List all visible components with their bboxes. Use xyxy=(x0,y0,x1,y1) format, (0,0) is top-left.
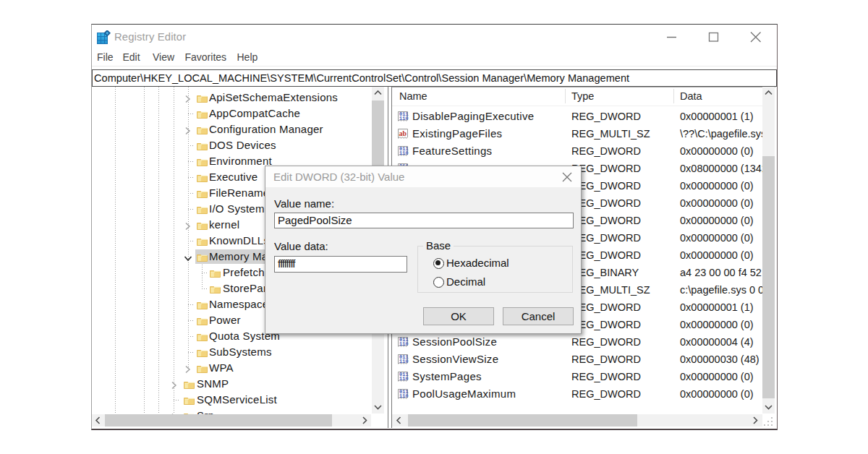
expand-icon[interactable] xyxy=(184,93,191,106)
value-name-input[interactable]: PagedPoolSize xyxy=(274,213,574,228)
column-header-data[interactable]: Data xyxy=(680,87,702,106)
tree-connector xyxy=(188,145,195,146)
value-name-label: Value name: xyxy=(274,197,334,210)
minimize-button[interactable] xyxy=(655,25,688,49)
value-data: 0x00000000 (0) xyxy=(680,194,762,212)
tree-item-label[interactable]: AppCompatCache xyxy=(209,106,300,121)
tree-item-DOS Devices[interactable]: DOS Devices xyxy=(92,138,388,153)
tree-item-Configuration Manager[interactable]: Configuration Manager xyxy=(92,122,388,137)
cancel-button[interactable]: Cancel xyxy=(503,307,574,325)
maximize-icon xyxy=(697,25,730,49)
menu-help[interactable]: Help xyxy=(237,49,258,66)
menu-edit[interactable]: Edit xyxy=(123,49,140,66)
tree-item-label[interactable]: Prefetch xyxy=(223,265,265,280)
tree-scroll-up-icon[interactable] xyxy=(372,87,384,99)
minimize-icon xyxy=(655,25,688,49)
value-row-SessionViewSize[interactable]: 011110SessionViewSizeREG_DWORD0x00000030… xyxy=(392,351,762,368)
tree-item-SQMServiceList[interactable]: SQMServiceList xyxy=(92,393,388,407)
value-type: REG_DWORD xyxy=(571,142,641,160)
tree-item-label[interactable]: DOS Devices xyxy=(209,138,276,153)
tree-item-label[interactable]: kernel xyxy=(209,218,239,232)
decimal-radio[interactable] xyxy=(433,277,444,288)
resize-grip-icon[interactable] xyxy=(764,416,775,427)
folder-icon xyxy=(210,284,221,297)
address-bar[interactable]: Computer\HKEY_LOCAL_MACHINE\SYSTEM\Curre… xyxy=(92,69,777,87)
value-data: 0x00000004 (4) xyxy=(680,333,762,351)
value-row-DisablePagingExecutive[interactable]: 011110DisablePagingExecutiveREG_DWORD0x0… xyxy=(392,108,762,125)
folder-icon xyxy=(197,93,208,106)
tree-item-label[interactable]: SNMP xyxy=(197,377,229,391)
value-row-FeatureSettings[interactable]: 011110FeatureSettingsREG_DWORD0x00000000… xyxy=(392,142,762,160)
tree-item-label[interactable]: Configuration Manager xyxy=(209,122,323,137)
svg-text:ab: ab xyxy=(399,129,407,137)
folder-icon xyxy=(197,316,208,329)
expand-icon[interactable] xyxy=(171,380,177,393)
tree-item-label[interactable]: SQMServiceList xyxy=(197,393,277,407)
list-scroll-left-icon[interactable] xyxy=(393,414,405,427)
tree-connector xyxy=(202,273,208,273)
value-type: REG_DWORD xyxy=(571,229,641,247)
header-underline xyxy=(392,106,762,106)
decimal-radio-label[interactable]: Decimal xyxy=(446,275,485,288)
folder-icon xyxy=(197,173,208,186)
list-scroll-up-icon[interactable] xyxy=(762,87,775,99)
column-separator[interactable] xyxy=(673,89,674,103)
value-row-SystemPages[interactable]: 011110SystemPagesREG_DWORD0x00000000 (0) xyxy=(392,368,762,385)
tree-item-ApiSetSchemaExtensions[interactable]: ApiSetSchemaExtensions xyxy=(92,90,388,105)
registry-editor-app-icon xyxy=(96,30,111,45)
expand-icon[interactable] xyxy=(184,364,191,377)
menu-file[interactable]: File xyxy=(97,49,114,66)
tree-item-label[interactable]: I/O System xyxy=(209,202,265,216)
tree-item-AppCompatCache[interactable]: AppCompatCache xyxy=(92,106,388,121)
tree-connector xyxy=(188,336,195,337)
maximize-button[interactable] xyxy=(697,25,730,49)
tree-connector xyxy=(188,193,195,194)
value-row-SessionPoolSize[interactable]: 011110SessionPoolSizeREG_DWORD0x00000004… xyxy=(392,333,762,351)
column-header-name[interactable]: Name xyxy=(399,87,427,106)
tree-scroll-right-icon[interactable] xyxy=(359,414,371,427)
value-data: 0x00000000 (0) xyxy=(680,247,762,264)
tree-item-label[interactable]: KnownDLLs xyxy=(209,234,269,248)
ok-button[interactable]: OK xyxy=(423,307,494,325)
list-scroll-down-icon[interactable] xyxy=(762,401,775,414)
list-scroll-right-icon[interactable] xyxy=(749,414,762,427)
tree-item-SubSystems[interactable]: SubSystems xyxy=(92,345,388,359)
value-data: 0x00000030 (48) xyxy=(680,351,762,368)
expand-icon[interactable] xyxy=(184,125,191,138)
close-button[interactable] xyxy=(738,25,771,49)
value-row-ExistingPageFiles[interactable]: abExistingPageFilesREG_MULTI_SZ\??\C:\pa… xyxy=(392,125,762,142)
tree-hscroll-thumb[interactable] xyxy=(105,414,332,427)
tree-item-label[interactable]: Power xyxy=(209,313,241,327)
expand-icon[interactable] xyxy=(184,220,191,234)
tree-item-WPA[interactable]: WPA xyxy=(92,361,388,375)
value-row-PoolUsageMaximum[interactable]: 011110PoolUsageMaximumREG_DWORD0x0000000… xyxy=(392,385,762,403)
value-type: REG_DWORD xyxy=(571,160,641,177)
column-separator[interactable] xyxy=(565,89,566,103)
value-data: 0x00000000 (0) xyxy=(680,212,762,229)
menu-favorites[interactable]: Favorites xyxy=(185,49,227,66)
tree-connector xyxy=(188,113,195,114)
tree-item-label[interactable]: ApiSetSchemaExtensions xyxy=(209,90,338,105)
tree-item-label[interactable]: SubSystems xyxy=(209,345,272,359)
dialog-close-icon[interactable] xyxy=(559,169,575,185)
tree-item-SNMP[interactable]: SNMP xyxy=(92,377,388,391)
tree-scroll-down-icon[interactable] xyxy=(372,401,384,414)
hexadecimal-radio-label[interactable]: Hexadecimal xyxy=(446,257,509,270)
column-header-type[interactable]: Type xyxy=(571,87,594,106)
dword-value-icon: 011110 xyxy=(397,111,409,125)
dword-value-icon: 011110 xyxy=(397,145,409,160)
tree-item-label[interactable]: Executive xyxy=(209,170,258,184)
title-bar: Registry Editor xyxy=(92,25,777,49)
value-type: REG_DWORD xyxy=(571,316,641,333)
list-vscroll-thumb[interactable] xyxy=(762,156,775,398)
tree-item-label[interactable]: Environment xyxy=(209,154,272,168)
tree-scroll-left-icon[interactable] xyxy=(92,414,104,427)
dword-value-icon: 011110 xyxy=(397,336,409,351)
hexadecimal-radio[interactable] xyxy=(433,258,444,269)
menu-view[interactable]: View xyxy=(153,49,174,66)
list-hscroll-thumb[interactable] xyxy=(408,414,637,427)
collapse-icon[interactable] xyxy=(184,253,192,266)
tree-connector xyxy=(188,161,195,162)
value-data-input[interactable]: ffffffff xyxy=(274,256,407,273)
tree-item-label[interactable]: WPA xyxy=(209,361,234,375)
